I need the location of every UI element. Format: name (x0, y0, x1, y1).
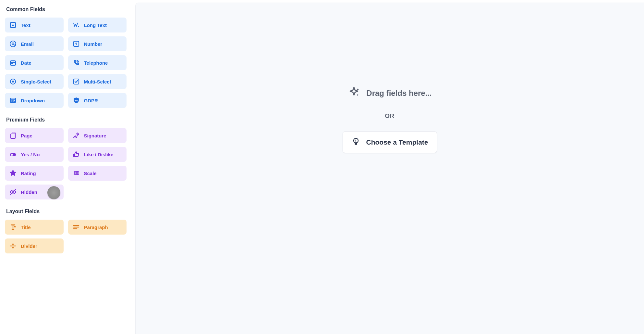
field-multi-select[interactable]: Multi-Select (68, 74, 127, 89)
field-label: Text (21, 22, 30, 28)
field-label: Multi-Select (84, 79, 111, 84)
divider-icon (9, 242, 17, 250)
field-grid-premium: PageSignatureYes / NoLike / DislikeRatin… (5, 128, 127, 199)
field-label: Rating (21, 171, 36, 176)
field-hidden[interactable]: Hidden (5, 185, 64, 199)
field-text[interactable]: Text (5, 18, 64, 32)
field-email[interactable]: Email (5, 36, 64, 51)
field-dropdown[interactable]: Dropdown (5, 93, 64, 108)
field-label: Date (21, 60, 31, 66)
number-icon (72, 40, 80, 48)
field-label: Email (21, 41, 34, 47)
choose-template-button[interactable]: Choose a Template (343, 131, 437, 153)
field-grid-layout: TitleParagraphDivider (5, 220, 127, 253)
text-icon (9, 21, 17, 29)
field-grid-common: TextLong TextEmailNumberDateTelephoneSin… (5, 18, 127, 108)
field-yes-no[interactable]: Yes / No (5, 147, 64, 162)
field-label: Dropdown (21, 98, 45, 103)
field-palette: Common FieldsTextLong TextEmailNumberDat… (0, 0, 131, 334)
field-label: Yes / No (21, 152, 40, 157)
field-divider[interactable]: Divider (5, 238, 64, 253)
section-title-layout-fields: Layout Fields (5, 209, 127, 214)
field-gdpr[interactable]: GDPR (68, 93, 127, 108)
scale-icon (72, 169, 80, 177)
telephone-icon (72, 59, 80, 67)
like-dislike-icon (72, 150, 80, 158)
field-scale[interactable]: Scale (68, 166, 127, 181)
email-icon (9, 40, 17, 48)
choose-template-label: Choose a Template (366, 138, 428, 146)
field-label: Paragraph (84, 225, 108, 230)
field-label: Single-Select (21, 79, 51, 84)
field-signature[interactable]: Signature (68, 128, 127, 143)
drop-hint: Drag fields here... (347, 86, 431, 101)
field-paragraph[interactable]: Paragraph (68, 220, 127, 235)
dropdown-icon (9, 96, 17, 104)
field-like-dislike[interactable]: Like / Dislike (68, 147, 127, 162)
field-label: Number (84, 41, 103, 47)
field-rating[interactable]: Rating (5, 166, 64, 181)
single-select-icon (9, 78, 17, 85)
field-label: Title (21, 225, 31, 230)
field-label: Signature (84, 133, 106, 138)
field-label: Like / Dislike (84, 152, 114, 157)
pointer-indicator (47, 186, 60, 199)
canvas-drop-area[interactable]: Drag fields here... OR Choose a Template (135, 3, 644, 334)
field-label: GDPR (84, 98, 98, 103)
date-icon (9, 59, 17, 67)
rating-icon (9, 169, 17, 177)
field-label: Long Text (84, 22, 107, 28)
paragraph-icon (72, 223, 80, 231)
bulb-icon (351, 137, 360, 148)
multi-select-icon (72, 78, 80, 85)
field-label: Hidden (21, 189, 37, 195)
or-divider-text: OR (385, 112, 395, 120)
gdpr-icon (72, 96, 80, 104)
field-title[interactable]: Title (5, 220, 64, 235)
sparkle-icon (347, 86, 360, 101)
field-label: Scale (84, 171, 97, 176)
field-single-select[interactable]: Single-Select (5, 74, 64, 89)
long-text-icon (72, 21, 80, 29)
field-label: Telephone (84, 60, 108, 66)
field-label: Page (21, 133, 32, 138)
field-long-text[interactable]: Long Text (68, 18, 127, 32)
section-title-premium-fields: Premium Fields (5, 117, 127, 123)
field-date[interactable]: Date (5, 55, 64, 70)
hidden-icon (9, 188, 17, 196)
section-title-common-fields: Common Fields (5, 6, 127, 12)
signature-icon (72, 132, 80, 139)
yes-no-icon (9, 150, 17, 158)
title-icon (9, 223, 17, 231)
field-telephone[interactable]: Telephone (68, 55, 127, 70)
drop-hint-text: Drag fields here... (366, 89, 431, 98)
page-icon (9, 132, 17, 139)
field-page[interactable]: Page (5, 128, 64, 143)
field-label: Divider (21, 243, 37, 249)
field-number[interactable]: Number (68, 36, 127, 51)
